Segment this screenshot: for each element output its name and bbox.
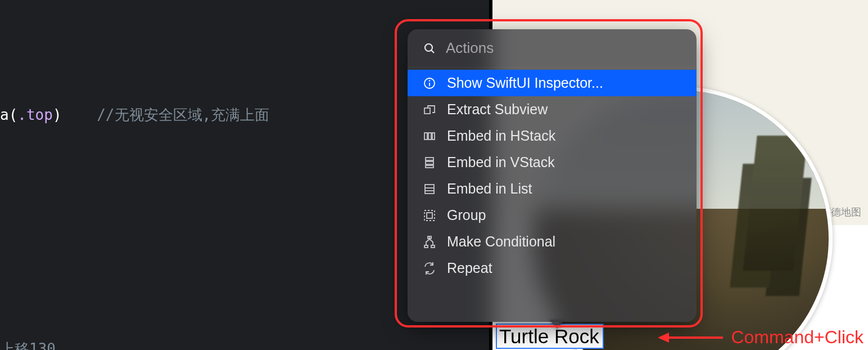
search-icon — [422, 41, 437, 56]
actions-popover: Show SwiftUI Inspector...Extract Subview… — [402, 24, 702, 327]
code-token: ) — [53, 106, 97, 123]
popover-tail — [549, 320, 565, 329]
svg-rect-7 — [428, 133, 431, 140]
svg-point-4 — [429, 80, 430, 81]
menu-item-label: Embed in VStack — [447, 154, 555, 170]
code-comment: 上移130 — [0, 340, 56, 350]
svg-rect-15 — [424, 210, 435, 221]
svg-rect-12 — [425, 185, 434, 194]
group-icon — [422, 208, 437, 223]
svg-rect-18 — [424, 245, 428, 248]
menu-item-hstack[interactable]: Embed in HStack — [408, 123, 697, 149]
svg-rect-9 — [426, 158, 433, 160]
menu-item-label: Embed in HStack — [447, 128, 555, 144]
svg-rect-16 — [427, 213, 432, 218]
vstack-icon — [422, 155, 437, 170]
code-token: . — [17, 106, 26, 123]
actions-menu: Show SwiftUI Inspector...Extract Subview… — [408, 68, 697, 284]
menu-item-info[interactable]: Show SwiftUI Inspector... — [408, 70, 697, 96]
conditional-icon — [422, 235, 437, 249]
menu-item-extract[interactable]: Extract Subview — [408, 96, 697, 123]
menu-item-vstack[interactable]: Embed in VStack — [408, 149, 697, 176]
svg-rect-5 — [424, 108, 430, 114]
hstack-icon — [422, 129, 437, 143]
menu-item-group[interactable]: Group — [408, 202, 697, 228]
actions-search-input[interactable] — [446, 39, 682, 57]
menu-item-label: Repeat — [447, 260, 492, 276]
info-icon — [422, 76, 437, 91]
extract-icon — [422, 102, 437, 117]
svg-rect-8 — [432, 133, 435, 140]
svg-point-0 — [425, 44, 432, 51]
menu-item-label: Make Conditional — [447, 234, 555, 250]
menu-item-label: Extract Subview — [447, 101, 548, 118]
svg-rect-19 — [431, 245, 435, 248]
svg-rect-10 — [426, 161, 433, 164]
code-comment: //无视安全区域,充满上面 — [97, 106, 269, 123]
code-token: a( — [0, 106, 17, 123]
repeat-icon — [422, 261, 437, 276]
list-icon — [422, 182, 437, 196]
menu-item-conditional[interactable]: Make Conditional — [408, 228, 697, 255]
menu-item-label: Show SwiftUI Inspector... — [447, 75, 603, 91]
actions-popover-body: Show SwiftUI Inspector...Extract Subview… — [408, 29, 697, 322]
svg-rect-6 — [424, 133, 427, 140]
menu-item-repeat[interactable]: Repeat — [408, 255, 697, 281]
menu-item-label: Embed in List — [447, 181, 532, 197]
svg-line-1 — [431, 50, 434, 53]
code-token: top — [26, 106, 53, 123]
menu-item-label: Group — [447, 207, 486, 223]
actions-search-row — [408, 29, 697, 68]
svg-rect-11 — [426, 165, 433, 168]
menu-item-list[interactable]: Embed in List — [408, 176, 697, 202]
